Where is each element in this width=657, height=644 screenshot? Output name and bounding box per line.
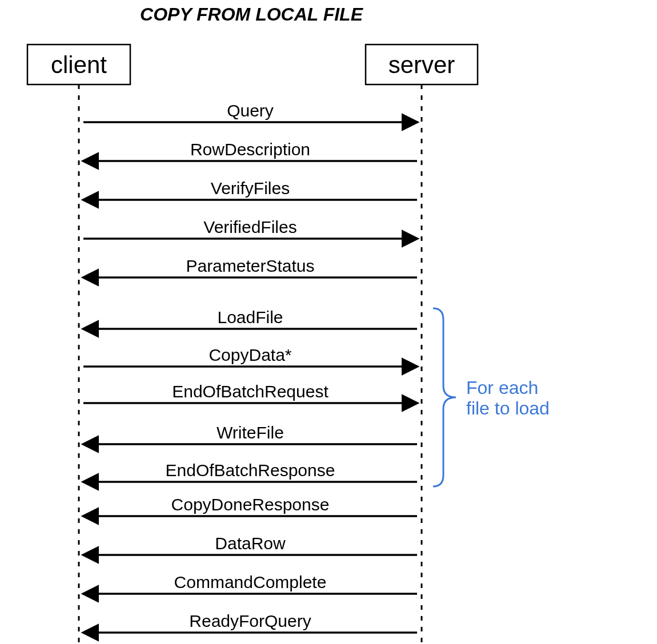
message-4: ParameterStatus — [83, 256, 417, 277]
message-label: CopyData* — [209, 345, 291, 364]
diagram-title: COPY FROM LOCAL FILE — [140, 4, 364, 25]
message-2: VerifyFiles — [83, 179, 417, 200]
brace-icon — [433, 308, 456, 486]
message-label: LoadFile — [217, 308, 283, 327]
sequence-diagram: COPY FROM LOCAL FILE client server Query… — [0, 0, 657, 644]
actor-client-label: client — [51, 51, 107, 78]
message-label: DataRow — [215, 534, 286, 553]
loop-group: For eachfile to load — [433, 308, 550, 486]
message-8: WriteFile — [83, 423, 417, 444]
message-3: VerifiedFiles — [83, 218, 417, 239]
group-label: For eachfile to load — [466, 377, 550, 418]
message-label: CommandComplete — [174, 573, 327, 591]
message-1: RowDescription — [83, 140, 417, 161]
actor-client: client — [27, 45, 130, 84]
message-label: ReadyForQuery — [189, 611, 311, 630]
messages: QueryRowDescriptionVerifyFilesVerifiedFi… — [83, 101, 417, 633]
message-11: DataRow — [83, 534, 417, 555]
message-label: CopyDoneResponse — [171, 495, 330, 514]
message-label: ParameterStatus — [186, 256, 314, 275]
message-label: VerifiedFiles — [203, 218, 297, 236]
actor-server-label: server — [388, 51, 455, 78]
message-0: Query — [83, 101, 417, 122]
message-6: CopyData* — [83, 345, 417, 367]
message-label: VerifyFiles — [211, 179, 290, 198]
message-label: RowDescription — [190, 140, 310, 159]
message-label: WriteFile — [217, 423, 284, 442]
message-5: LoadFile — [83, 308, 417, 329]
message-9: EndOfBatchResponse — [83, 461, 417, 482]
message-label: EndOfBatchRequest — [172, 382, 328, 401]
actor-server: server — [366, 45, 478, 84]
message-13: ReadyForQuery — [83, 611, 417, 633]
message-label: EndOfBatchResponse — [166, 461, 335, 480]
message-10: CopyDoneResponse — [83, 495, 417, 516]
message-7: EndOfBatchRequest — [83, 382, 417, 403]
message-label: Query — [227, 101, 274, 120]
message-12: CommandComplete — [83, 573, 417, 594]
